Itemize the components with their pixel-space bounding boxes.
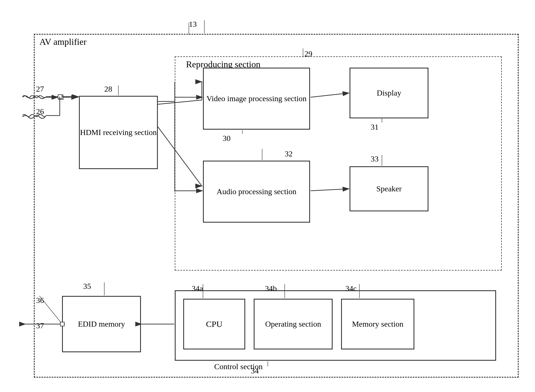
- ref-37: 37: [36, 321, 44, 330]
- ref-34b: 34b: [265, 284, 277, 293]
- ref-35: 35: [83, 282, 91, 291]
- av-amplifier-label: AV amplifier: [39, 37, 87, 47]
- ref-34c: 34c: [345, 284, 357, 293]
- ref-34a: 34a: [192, 284, 203, 293]
- ref-32: 32: [285, 149, 293, 158]
- audio-block: Audio processing section: [203, 161, 310, 223]
- video-block: Video image processing section: [203, 68, 310, 130]
- video-label: Video image processing section: [206, 93, 306, 104]
- ref-33: 33: [371, 154, 379, 163]
- ref-13: 13: [189, 20, 197, 29]
- ref-36: 36: [36, 296, 44, 305]
- speaker-block: Speaker: [350, 166, 428, 211]
- control-section-label: Control section: [214, 362, 263, 371]
- ref-30: 30: [223, 134, 231, 143]
- edid-block: EDID memory: [62, 296, 141, 352]
- ref-27: 27: [36, 85, 44, 94]
- audio-label: Audio processing section: [216, 186, 296, 197]
- ref-31: 31: [371, 123, 379, 132]
- display-block: Display: [350, 68, 428, 118]
- hdmi-label: HDMI receiving section: [80, 127, 157, 138]
- edid-label: EDID memory: [78, 318, 125, 329]
- ref-26: 26: [36, 107, 44, 116]
- ref-29: 29: [304, 49, 312, 58]
- cpu-block: CPU: [183, 299, 245, 349]
- speaker-label: Speaker: [376, 183, 402, 194]
- diagram-container: 13 AV amplifier 29 Reproducing section H…: [17, 17, 519, 378]
- hdmi-block: HDMI receiving section: [79, 96, 158, 169]
- display-label: Display: [377, 87, 401, 98]
- operating-block: Operating section: [254, 299, 333, 349]
- memory-label: Memory section: [352, 318, 404, 329]
- operating-label: Operating section: [265, 318, 321, 329]
- cpu-label: CPU: [206, 319, 222, 329]
- memory-block: Memory section: [341, 299, 414, 349]
- ref-28: 28: [104, 85, 112, 94]
